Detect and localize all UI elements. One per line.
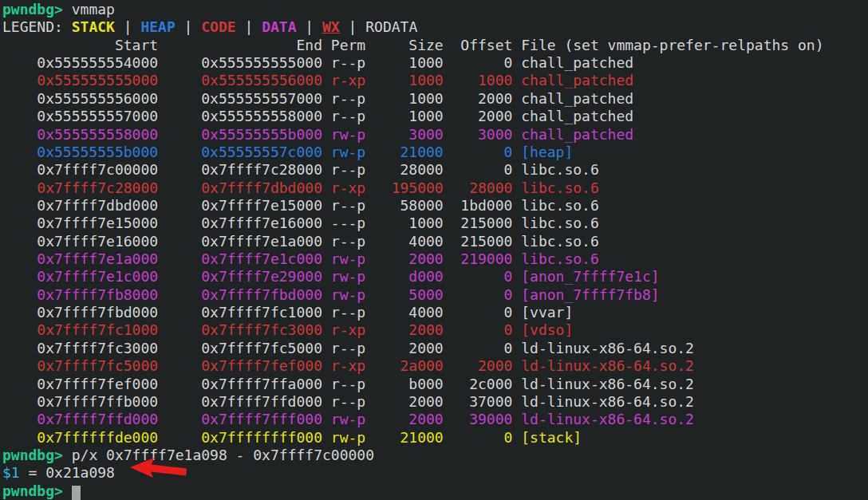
annotation-arrow-icon bbox=[125, 455, 190, 482]
vmmap-row: 0x7ffff7c28000 0x7ffff7dbd000 r-xp 19500… bbox=[2, 179, 868, 197]
legend-separator: | bbox=[297, 18, 323, 35]
vmmap-row: 0x7ffff7ffb000 0x7ffff7ffd000 r--p 2000 … bbox=[2, 393, 868, 411]
legend-item-code: CODE bbox=[201, 18, 235, 35]
vmmap-row: 0x7ffff7fbd000 0x7ffff7fc1000 r--p 4000 … bbox=[2, 304, 868, 321]
vmmap-rows: 0x555555554000 0x555555555000 r--p 1000 … bbox=[2, 54, 868, 447]
vmmap-row: 0x555555555000 0x555555556000 r-xp 1000 … bbox=[2, 72, 868, 89]
result-equals: = bbox=[20, 464, 46, 481]
legend-separator: | bbox=[115, 18, 141, 35]
prompt-label: pwndbg> bbox=[2, 447, 72, 463]
vmmap-row: 0x7ffff7ffd000 0x7ffff7fff000 rw-p 2000 … bbox=[2, 411, 868, 428]
result-value: 0x21a098 bbox=[45, 464, 115, 481]
vmmap-row: 0x7ffff7fb8000 0x7ffff7fbd000 rw-p 5000 … bbox=[2, 286, 868, 304]
prompt-line: pwndbg> bbox=[2, 482, 868, 500]
terminal[interactable]: pwndbg> vmmap LEGEND: STACK | HEAP | COD… bbox=[0, 0, 868, 500]
result-variable: $1 bbox=[2, 464, 20, 481]
vmmap-row: 0x7ffff7fc1000 0x7ffff7fc3000 r-xp 2000 … bbox=[2, 321, 868, 339]
legend-item-rodata: RODATA bbox=[365, 18, 417, 35]
vmmap-command-text: vmmap bbox=[72, 1, 115, 18]
vmmap-row: 0x55555555b000 0x55555557c000 rw-p 21000… bbox=[2, 144, 868, 161]
vmmap-row: 0x555555554000 0x555555555000 r--p 1000 … bbox=[2, 54, 868, 72]
terminal-cursor bbox=[72, 486, 81, 500]
vmmap-row: 0x7ffff7fc5000 0x7ffff7fef000 r-xp 2a000… bbox=[2, 357, 868, 375]
vmmap-row: 0x7ffff7c00000 0x7ffff7c28000 r--p 28000… bbox=[2, 161, 868, 179]
legend-separator: | bbox=[176, 18, 202, 35]
vmmap-row: 0x7ffff7fef000 0x7ffff7ffa000 r--p b000 … bbox=[2, 376, 868, 393]
legend-item-data: DATA bbox=[262, 18, 296, 35]
vmmap-row: 0x7ffff7e15000 0x7ffff7e16000 ---p 1000 … bbox=[2, 215, 868, 232]
vmmap-row: 0x7ffff7fc3000 0x7ffff7fc5000 r--p 2000 … bbox=[2, 340, 868, 357]
vmmap-row: 0x7ffff7e1c000 0x7ffff7e29000 rw-p d000 … bbox=[2, 268, 868, 285]
vmmap-row: 0x7ffff7e1a000 0x7ffff7e1c000 rw-p 2000 … bbox=[2, 250, 868, 268]
legend-line: LEGEND: STACK | HEAP | CODE | DATA | WX … bbox=[2, 18, 868, 36]
vmmap-row: 0x7ffff7dbd000 0x7ffff7e15000 r--p 58000… bbox=[2, 197, 868, 215]
legend-items: STACK | HEAP | CODE | DATA | WX | RODATA bbox=[72, 18, 418, 35]
vmmap-row: 0x555555556000 0x555555557000 r--p 1000 … bbox=[2, 90, 868, 108]
legend-item-wx: WX bbox=[322, 18, 340, 35]
legend-label: LEGEND: bbox=[2, 18, 72, 35]
vmmap-row: 0x7ffff7e16000 0x7ffff7e1a000 r--p 4000 … bbox=[2, 233, 868, 250]
calc-command-text: p/x 0x7ffff7e1a098 - 0x7ffff7c00000 bbox=[72, 447, 374, 463]
legend-separator: | bbox=[340, 18, 366, 35]
legend-item-heap: HEAP bbox=[140, 18, 175, 35]
vmmap-row: 0x7ffffffde000 0x7ffffffff000 rw-p 21000… bbox=[2, 429, 868, 447]
prompt-label: pwndbg> bbox=[2, 482, 72, 499]
legend-item-stack: STACK bbox=[72, 18, 115, 35]
prompt-label: pwndbg> bbox=[2, 1, 72, 18]
vmmap-header-row: Start End Perm Size Offset File (set vmm… bbox=[2, 37, 868, 54]
command-line-vmmap: pwndbg> vmmap bbox=[2, 1, 868, 18]
vmmap-row: 0x555555557000 0x555555558000 r--p 1000 … bbox=[2, 108, 868, 125]
vmmap-row: 0x555555558000 0x55555555b000 rw-p 3000 … bbox=[2, 126, 868, 144]
legend-separator: | bbox=[236, 18, 262, 35]
